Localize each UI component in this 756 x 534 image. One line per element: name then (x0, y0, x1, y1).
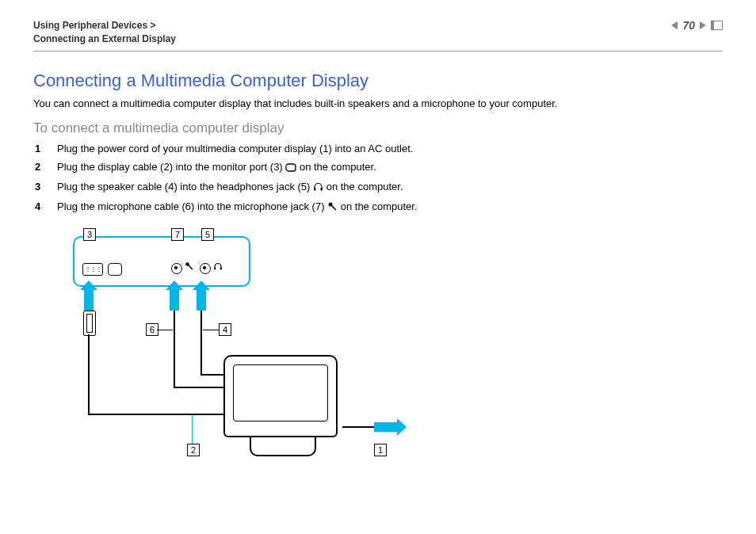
intro-text: You can connect a multimedia computer di… (33, 97, 723, 109)
arrow-icon (84, 288, 94, 311)
step-text-after: on the computer. (326, 181, 403, 193)
page-nav: 70 (671, 19, 723, 32)
svg-rect-8 (220, 267, 222, 269)
vga-plug-icon (83, 311, 96, 336)
step-item: Plug the microphone cable (6) into the m… (51, 200, 723, 214)
next-page-icon[interactable] (700, 21, 706, 29)
svg-rect-1 (314, 188, 316, 191)
section-title: Connecting a Multimedia Computer Display (33, 71, 723, 91)
callout-3: 3 (83, 228, 96, 241)
page-number: 70 (682, 19, 695, 32)
callout-2: 2 (187, 444, 200, 456)
page-header: Using Peripheral Devices > Connecting an… (33, 19, 723, 51)
svg-line-4 (332, 205, 337, 210)
arrow-icon (170, 288, 179, 311)
prev-page-icon[interactable] (671, 21, 678, 29)
steps-list: Plug the power cord of your multimedia c… (33, 143, 723, 214)
breadcrumb-line2: Connecting an External Display (33, 32, 176, 46)
headphones-icon (213, 261, 223, 273)
step-item: Plug the power cord of your multimedia c… (51, 143, 723, 154)
connection-diagram: ⋮⋮⋮ 3 7 5 6 4 (57, 228, 437, 466)
step-text-after: on the computer. (300, 161, 376, 173)
cable-icon (88, 334, 90, 414)
callout-4: 4 (219, 323, 231, 336)
svg-line-6 (189, 265, 193, 269)
breadcrumb-line1: Using Peripheral Devices > (33, 19, 176, 32)
step-text: Plug the speaker cable (4) into the head… (57, 181, 313, 193)
breadcrumb: Using Peripheral Devices > Connecting an… (33, 19, 176, 46)
microphone-icon (185, 261, 193, 273)
last-page-icon[interactable] (711, 21, 723, 30)
cable-icon (174, 387, 227, 388)
microphone-icon (327, 201, 338, 214)
svg-rect-2 (321, 188, 323, 191)
arrow-icon (374, 422, 398, 432)
callout-7: 7 (171, 228, 184, 241)
step-text-after: on the computer. (341, 200, 418, 212)
arrow-icon (197, 288, 206, 311)
monitor-illustration (223, 355, 342, 458)
step-item: Plug the display cable (2) into the moni… (51, 161, 723, 174)
cable-icon (174, 311, 175, 334)
leader-line (157, 330, 173, 330)
cable-icon (174, 334, 175, 387)
svg-rect-0 (286, 164, 296, 171)
cable-icon (200, 334, 202, 374)
cable-icon (200, 311, 202, 334)
svg-rect-7 (214, 267, 216, 269)
procedure-heading: To connect a multimedia computer display (33, 120, 723, 136)
cable-icon (88, 414, 227, 415)
step-text: Plug the microphone cable (6) into the m… (57, 200, 327, 212)
vga-port-icon: ⋮⋮⋮ (82, 263, 103, 276)
step-item: Plug the speaker cable (4) into the head… (51, 181, 723, 194)
computer-port-panel: ⋮⋮⋮ (73, 236, 250, 287)
leader-line (203, 330, 219, 330)
leader-line (192, 415, 194, 444)
headphones-icon (313, 181, 323, 194)
mic-jack-icon (171, 263, 182, 274)
headphone-jack-icon (200, 263, 211, 274)
cable-icon (342, 426, 374, 428)
callout-5: 5 (201, 228, 214, 241)
monitor-port-icon (108, 263, 122, 276)
step-text: Plug the power cord of your multimedia c… (57, 143, 413, 154)
monitor-port-icon (285, 162, 296, 174)
callout-1: 1 (374, 444, 387, 456)
step-text: Plug the display cable (2) into the moni… (57, 161, 285, 173)
